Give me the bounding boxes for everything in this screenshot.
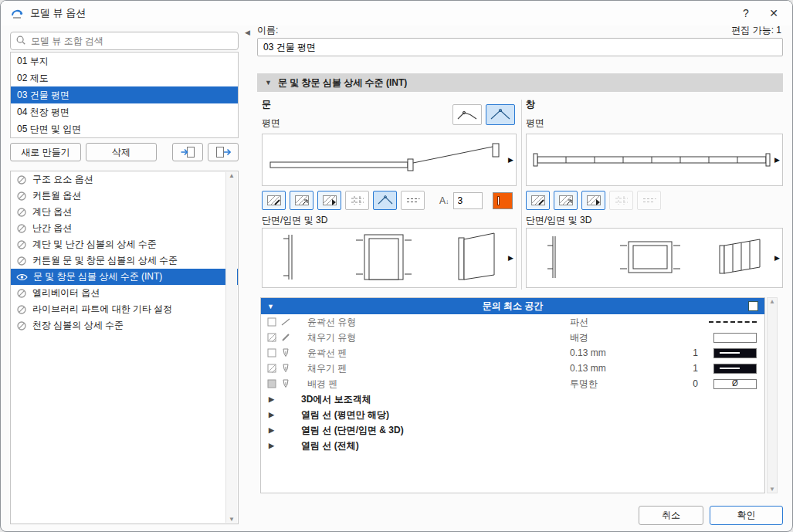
expand-group-icon[interactable]: ▶ [267, 411, 301, 418]
ok-button[interactable]: 확인 [710, 506, 783, 525]
transparent-pen-preview[interactable]: Ø [713, 379, 757, 389]
door-plan-style-peak-button[interactable] [486, 104, 515, 125]
options-item[interactable]: 커튼월 문 및 창문 심볼의 상세 수준 [11, 252, 238, 269]
door-pen-color-swatch[interactable] [493, 192, 513, 209]
table-group-collapsed[interactable]: ▶ 열림 선 (평면만 해당) [261, 407, 764, 422]
help-button[interactable]: ? [732, 3, 760, 23]
window-plan-preview[interactable]: ▶ [526, 134, 783, 186]
window-dash-toggle[interactable] [637, 191, 661, 210]
table-row[interactable]: 윤곽선 유형 파선 [261, 314, 764, 330]
window-elevation-symbols [530, 230, 777, 286]
group-checkbox[interactable] [748, 301, 758, 311]
combination-item-selected[interactable]: 03 건물 평면 [11, 86, 238, 103]
fill-preview[interactable] [713, 333, 757, 343]
row-value[interactable]: 투명한 [570, 378, 672, 391]
scroll-up-icon[interactable]: ▲ [769, 298, 775, 305]
table-row[interactable]: 채우기 유형 배경 [261, 330, 764, 345]
door-fill-pencil-toggle[interactable] [262, 191, 286, 210]
window-column-title: 창 [526, 98, 783, 111]
door-plan-popup-arrow[interactable]: ▶ [508, 156, 513, 164]
scroll-up-icon[interactable]: ▲ [229, 172, 235, 179]
model-view-options-dialog: 모델 뷰 옵션 ? ✕ 01 부지 02 제도 03 건물 평면 04 천장 평… [0, 0, 793, 532]
door-fill-pen-toggle[interactable] [317, 191, 341, 210]
table-row[interactable]: 배경 펜 투명한 0 Ø [261, 376, 764, 391]
window-fill-pencil-toggle[interactable] [526, 191, 550, 210]
combination-list: 01 부지 02 제도 03 건물 평면 04 천장 평면 05 단면 및 입면 [10, 52, 239, 138]
expand-group-icon[interactable]: ▶ [267, 442, 301, 449]
options-list: 구조 요소 옵션 커튼월 옵션 계단 옵션 난간 옵션 계단 및 난간 심볼의 … [10, 171, 239, 524]
options-item[interactable]: 엘리베이터 옵션 [11, 285, 238, 301]
combination-item[interactable]: 05 단면 및 입면 [11, 120, 238, 137]
search-icon [15, 35, 26, 48]
options-item-label: 문 및 창문 심볼 상세 수준 (INT) [33, 270, 162, 283]
hidden-eye-icon [16, 239, 27, 250]
door-marker-toggle[interactable] [373, 191, 397, 210]
window-plan-popup-arrow[interactable]: ▶ [774, 156, 780, 164]
combination-name-input[interactable] [257, 38, 783, 56]
expand-group-icon[interactable]: ▶ [267, 395, 301, 403]
door-fill-arrow-toggle[interactable] [290, 191, 313, 210]
options-item[interactable]: 난간 옵션 [11, 220, 238, 236]
options-item[interactable]: 구조 요소 옵션 [11, 171, 238, 188]
options-item[interactable]: 라이브러리 파트에 대한 기타 설정 [11, 301, 238, 317]
table-group-collapsed[interactable]: ▶ 열림 선 (전체) [261, 438, 764, 453]
options-list-scrollbar[interactable]: ▲▼ [225, 172, 237, 523]
table-group-collapsed[interactable]: ▶ 열림 선 (단면/입면 & 3D) [261, 422, 764, 438]
options-item[interactable]: 천장 심볼의 상세 수준 [11, 317, 238, 334]
combination-item[interactable]: 04 천장 평면 [11, 103, 238, 120]
row-value[interactable]: 0.13 mm [570, 347, 672, 358]
window-grid-toggle[interactable] [609, 191, 633, 210]
row-label: 채우기 유형 [307, 331, 570, 344]
scroll-down-icon[interactable]: ▼ [769, 486, 775, 493]
section-header[interactable]: ▼ 문 및 창문 심볼 상세 수준 (INT) [257, 73, 783, 92]
checkbox-icon [267, 317, 276, 327]
combination-item[interactable]: 02 제도 [11, 69, 238, 86]
row-pen: 1 [672, 363, 703, 374]
door-grid-toggle[interactable] [345, 191, 369, 210]
row-value[interactable]: 파선 [570, 316, 672, 329]
group-label: 열림 선 (평면만 해당) [301, 408, 389, 422]
pen-preview[interactable] [713, 364, 757, 374]
scroll-down-icon[interactable]: ▼ [229, 516, 235, 523]
door-elevation-popup-arrow[interactable]: ▶ [508, 254, 513, 262]
options-item-label: 커튼월 옵션 [32, 189, 81, 202]
window-fill-arrow-toggle[interactable] [554, 191, 578, 210]
door-elevation-preview[interactable]: ▶ [262, 228, 517, 288]
options-item[interactable]: 커튼월 옵션 [11, 188, 238, 204]
window-fill-pen-toggle[interactable] [581, 191, 605, 210]
dash-lines-icon [642, 195, 656, 205]
cancel-button[interactable]: 취소 [639, 506, 703, 525]
table-row[interactable]: 채우기 펜 0.13 mm 1 [261, 361, 764, 376]
table-row[interactable]: 윤곽선 펜 0.13 mm 1 [261, 345, 764, 361]
table-scrollbar[interactable]: ▲▼ [767, 297, 778, 493]
table-group-header[interactable]: ▼ 문의 최소 공간 [261, 298, 764, 314]
search-input[interactable] [31, 36, 233, 46]
options-item[interactable]: 계단 및 난간 심볼의 상세 수준 [11, 236, 238, 252]
row-value[interactable]: 0.13 mm [570, 363, 672, 374]
expand-group-icon[interactable]: ▶ [267, 426, 301, 434]
pen-preview[interactable] [713, 348, 757, 358]
combination-item[interactable]: 01 부지 [11, 53, 238, 69]
peak-marker-icon [490, 108, 511, 121]
options-item[interactable]: 계단 옵션 [11, 204, 238, 220]
import-combination-button[interactable] [172, 143, 203, 161]
linetype-preview[interactable] [709, 321, 757, 323]
delete-combination-button[interactable]: 삭제 [86, 143, 157, 161]
door-plan-preview[interactable]: ▶ [262, 134, 517, 186]
new-combination-button[interactable]: 새로 만들기 [10, 143, 81, 161]
hidden-eye-icon [16, 207, 27, 218]
close-button[interactable]: ✕ [760, 3, 788, 23]
window-elevation-preview[interactable]: ▶ [526, 228, 783, 288]
door-plan-style-flat-button[interactable] [452, 104, 482, 125]
hatch-arrow-icon [559, 195, 573, 205]
window-elevation-popup-arrow[interactable]: ▶ [774, 254, 780, 262]
export-combination-button[interactable] [208, 143, 239, 161]
table-group-collapsed[interactable]: ▶ 3D에서 보조객체 [261, 391, 764, 407]
collapse-section-icon[interactable]: ▼ [265, 79, 272, 86]
outline-square-icon [267, 348, 276, 357]
panel-collapse-arrow[interactable]: ◀ [245, 29, 250, 36]
options-item-selected[interactable]: 문 및 창문 심볼 상세 수준 (INT) [11, 269, 238, 285]
row-value[interactable]: 배경 [570, 331, 672, 344]
door-dash-toggle[interactable] [401, 191, 425, 210]
door-text-size-input[interactable] [453, 192, 483, 209]
